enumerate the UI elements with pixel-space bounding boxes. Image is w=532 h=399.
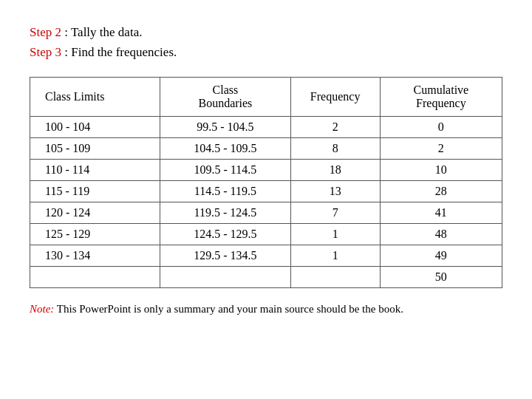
header-cumulative-frequency: CumulativeFrequency xyxy=(380,78,502,117)
cell-frequency: 18 xyxy=(290,160,380,181)
table-row: 110 - 114109.5 - 114.51810 xyxy=(30,160,502,181)
cell-class-limits: 105 - 109 xyxy=(30,138,160,160)
table-row: 105 - 109104.5 - 109.582 xyxy=(30,138,502,160)
table-row: 130 - 134129.5 - 134.5149 xyxy=(30,245,502,267)
cell-cumulative: 10 xyxy=(380,160,502,181)
cell-class-limits: 130 - 134 xyxy=(30,245,160,267)
step2-text: Tally the data. xyxy=(71,25,143,39)
cell-boundaries: 109.5 - 114.5 xyxy=(160,160,290,181)
cell-frequency: 7 xyxy=(290,202,380,224)
table-header-row: Class Limits ClassBoundaries Frequency C… xyxy=(30,78,502,117)
header-frequency: Frequency xyxy=(290,78,380,117)
header-class-boundaries: ClassBoundaries xyxy=(160,78,290,117)
step3-text: Find the frequencies. xyxy=(71,45,177,59)
cell-boundaries: 99.5 - 104.5 xyxy=(160,117,290,138)
step2-label: Step 2 xyxy=(30,25,61,39)
cell-frequency: 13 xyxy=(290,181,380,202)
step2-colon: : xyxy=(61,25,71,39)
step3-line: Step 3 : Find the frequencies. xyxy=(30,42,502,62)
steps-section: Step 2 : Tally the data. Step 3 : Find t… xyxy=(30,22,502,62)
cell-boundaries: 129.5 - 134.5 xyxy=(160,245,290,267)
cell-frequency: 1 xyxy=(290,224,380,245)
cell-class-limits: 110 - 114 xyxy=(30,160,160,181)
note-section: Note: This PowerPoint is only a summary … xyxy=(30,303,502,316)
cell-cumulative: 41 xyxy=(380,202,502,224)
cell-class-limits: 115 - 119 xyxy=(30,181,160,202)
step2-line: Step 2 : Tally the data. xyxy=(30,22,502,42)
cell-boundaries xyxy=(160,267,290,288)
cell-cumulative: 2 xyxy=(380,138,502,160)
cell-boundaries: 124.5 - 129.5 xyxy=(160,224,290,245)
cell-frequency: 2 xyxy=(290,117,380,138)
cell-class-limits: 125 - 129 xyxy=(30,224,160,245)
table-row: 115 - 119114.5 - 119.51328 xyxy=(30,181,502,202)
data-table-container: Class Limits ClassBoundaries Frequency C… xyxy=(30,77,502,288)
cell-class-limits: 120 - 124 xyxy=(30,202,160,224)
cell-class-limits xyxy=(30,267,160,288)
table-row: 100 - 10499.5 - 104.520 xyxy=(30,117,502,138)
header-class-limits: Class Limits xyxy=(30,78,160,117)
cell-boundaries: 119.5 - 124.5 xyxy=(160,202,290,224)
cell-boundaries: 114.5 - 119.5 xyxy=(160,181,290,202)
cell-class-limits: 100 - 104 xyxy=(30,117,160,138)
table-row: 120 - 124119.5 - 124.5741 xyxy=(30,202,502,224)
cell-cumulative: 48 xyxy=(380,224,502,245)
cell-cumulative: 50 xyxy=(380,267,502,288)
cell-frequency: 1 xyxy=(290,245,380,267)
table-row: 50 xyxy=(30,267,502,288)
cell-frequency: 8 xyxy=(290,138,380,160)
note-label: Note: xyxy=(30,303,54,315)
note-text: This PowerPoint is only a summary and yo… xyxy=(54,303,403,315)
step3-label: Step 3 xyxy=(30,45,61,59)
table-row: 125 - 129124.5 - 129.5148 xyxy=(30,224,502,245)
cell-cumulative: 28 xyxy=(380,181,502,202)
cell-boundaries: 104.5 - 109.5 xyxy=(160,138,290,160)
frequency-table: Class Limits ClassBoundaries Frequency C… xyxy=(30,77,502,288)
cell-cumulative: 0 xyxy=(380,117,502,138)
step3-colon: : xyxy=(61,45,71,59)
cell-frequency xyxy=(290,267,380,288)
cell-cumulative: 49 xyxy=(380,245,502,267)
